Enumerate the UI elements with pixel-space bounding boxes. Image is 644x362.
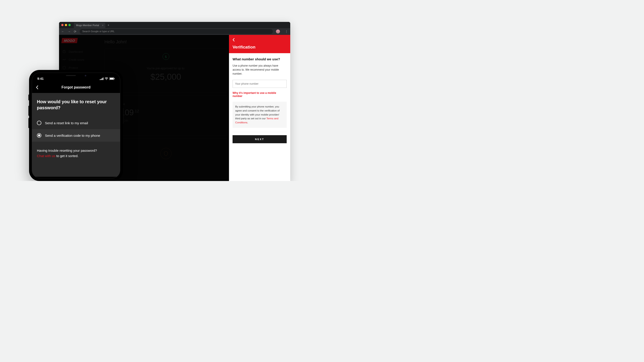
svg-rect-3 bbox=[102, 78, 102, 80]
phone-number-input[interactable] bbox=[232, 80, 287, 88]
help-post: to get it sorted. bbox=[56, 154, 78, 158]
phone-back-button[interactable] bbox=[36, 85, 38, 89]
sidebar-item-label: Credit score bbox=[69, 58, 84, 61]
status-icons bbox=[100, 77, 115, 80]
close-tab-icon[interactable]: × bbox=[102, 24, 103, 26]
verification-title: Verification bbox=[232, 45, 287, 50]
phone-side-button bbox=[28, 106, 29, 116]
verification-panel: Verification What number should we use? … bbox=[229, 35, 290, 181]
signal-icon bbox=[100, 77, 104, 80]
speaker-icon bbox=[66, 75, 76, 76]
reset-option-label: Send a verification code to my phone bbox=[45, 134, 100, 137]
radio-icon bbox=[37, 121, 41, 125]
browser-tabbar: Mogo Member Portal × + bbox=[59, 22, 290, 28]
btc-price-cents: .12 bbox=[134, 109, 139, 113]
verification-header: Verification bbox=[229, 35, 290, 53]
why-mobile-link[interactable]: Why it's important to use a mobile numbe… bbox=[232, 91, 287, 98]
reset-option-label: Send a reset link to my email bbox=[45, 121, 88, 125]
verification-question: What number should we use? bbox=[232, 57, 287, 61]
phone-screen: 9:41 Forgot password How would you like … bbox=[32, 73, 120, 178]
reset-option-email[interactable]: Send a reset link to my email bbox=[32, 117, 120, 129]
next-button[interactable]: NEXT bbox=[232, 135, 287, 143]
radio-icon bbox=[37, 133, 41, 138]
profile-avatar-icon[interactable] bbox=[276, 29, 280, 33]
phone-side-button bbox=[28, 118, 29, 128]
btc-price: 12,109.12 bbox=[109, 108, 222, 117]
preapproved-amount: $25,000 bbox=[109, 72, 222, 82]
verification-disclaimer: By submitting your phone number, you agr… bbox=[232, 102, 287, 128]
reset-question: How would you like to reset your passwor… bbox=[37, 99, 115, 111]
status-time: 9:41 bbox=[37, 77, 44, 80]
divider bbox=[232, 132, 287, 132]
sidebar-item-label: Dashboard bbox=[69, 50, 83, 53]
verification-back-button[interactable] bbox=[232, 38, 287, 41]
reload-button[interactable]: ⟳ bbox=[74, 30, 76, 33]
svg-rect-1 bbox=[100, 79, 100, 80]
phone-side-button bbox=[123, 108, 124, 124]
btc-label: Bitcoin price bbox=[109, 102, 222, 106]
window-controls bbox=[61, 24, 71, 26]
help-pre: Having trouble resetting your password? bbox=[37, 149, 97, 152]
preapproved-label: You're pre-approved for up to: bbox=[109, 67, 222, 70]
phone-content: How would you like to reset your passwor… bbox=[32, 93, 120, 177]
close-window-icon[interactable] bbox=[61, 24, 64, 26]
browser-menu-icon[interactable]: ⋮ bbox=[285, 30, 288, 33]
dollar-icon: $ bbox=[162, 53, 169, 60]
reset-option-phone[interactable]: Send a verification code to my phone bbox=[32, 129, 120, 142]
btc-change: ↑ | 5.18% in 24h bbox=[109, 119, 222, 122]
phone-mockup: 9:41 Forgot password How would you like … bbox=[29, 70, 123, 181]
shield-icon bbox=[62, 66, 66, 69]
reset-options: Send a reset link to my email Send a ver… bbox=[32, 117, 120, 142]
back-button[interactable]: ← bbox=[61, 30, 64, 33]
browser-toolbar: ← → ⟳ Search Google or type a URL ⋮ bbox=[59, 28, 290, 35]
disclaimer-post: . bbox=[247, 121, 248, 124]
new-tab-button[interactable]: + bbox=[108, 23, 109, 27]
tab-title: Mogo Member Portal bbox=[76, 24, 99, 26]
verification-description: Use a phone number you always have acces… bbox=[232, 64, 287, 76]
sidebar-item-dashboard[interactable]: Dashboard bbox=[62, 48, 96, 56]
sidebar-item-label: Protect bbox=[69, 66, 78, 69]
help-text: Having trouble resetting your password? … bbox=[37, 148, 115, 159]
credit-score-icon bbox=[62, 58, 66, 61]
logo[interactable]: MOGO bbox=[61, 38, 78, 43]
verification-body: What number should we use? Use a phone n… bbox=[229, 53, 290, 147]
camera-icon bbox=[85, 75, 86, 76]
chat-link[interactable]: Chat with us bbox=[37, 154, 56, 158]
minimize-window-icon[interactable] bbox=[65, 24, 67, 26]
svg-rect-6 bbox=[110, 78, 114, 79]
forward-button[interactable]: → bbox=[68, 30, 71, 33]
url-input[interactable]: Search Google or type a URL bbox=[80, 29, 273, 34]
browser-tab[interactable]: Mogo Member Portal × bbox=[74, 23, 105, 28]
phone-side-button bbox=[28, 94, 29, 100]
phone-notch bbox=[57, 73, 95, 78]
phone-header: Forgot password bbox=[32, 82, 120, 93]
dashboard-icon bbox=[62, 50, 66, 53]
shield-circle-icon bbox=[160, 148, 172, 159]
svg-rect-2 bbox=[101, 79, 102, 80]
sidebar-item-credit-score[interactable]: Credit score bbox=[62, 56, 96, 64]
svg-rect-4 bbox=[103, 77, 104, 80]
svg-rect-7 bbox=[114, 78, 115, 79]
battery-icon bbox=[109, 77, 115, 80]
phone-title: Forgot password bbox=[62, 85, 90, 89]
maximize-window-icon[interactable] bbox=[68, 24, 71, 26]
wifi-icon bbox=[105, 77, 108, 80]
